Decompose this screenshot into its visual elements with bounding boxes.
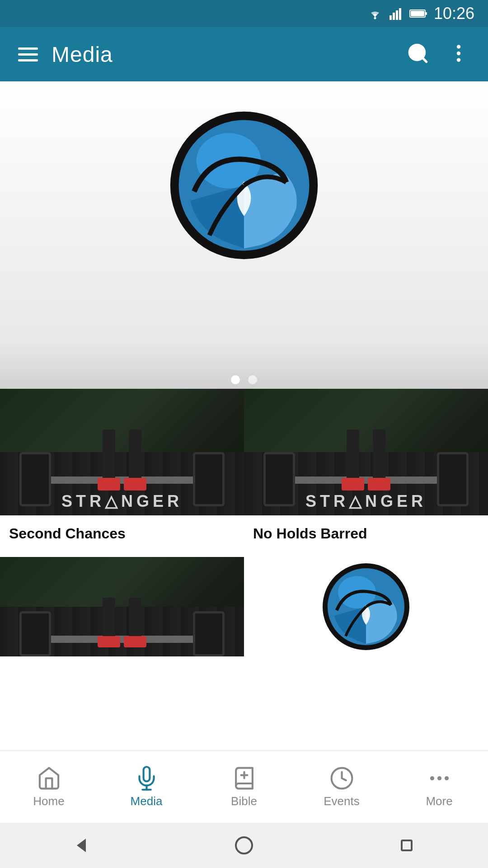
svg-point-26 <box>430 776 434 780</box>
android-nav-bar <box>0 823 488 868</box>
nav-label-more: More <box>426 794 452 808</box>
media-thumb-1: STR△NGER <box>0 389 244 515</box>
svg-line-9 <box>422 58 427 62</box>
svg-rect-2 <box>393 13 395 20</box>
android-home-icon <box>233 834 255 857</box>
media-item-info-2: No Holds Barred <box>244 515 488 557</box>
nav-label-media: Media <box>131 794 163 808</box>
status-icons: 10:26 <box>367 4 474 23</box>
nav-label-bible: Bible <box>231 794 257 808</box>
media-title-1: Second Chances <box>9 524 235 543</box>
events-icon <box>329 766 354 791</box>
nav-item-events[interactable]: Events <box>293 766 390 808</box>
nav-item-bible[interactable]: Bible <box>195 766 293 808</box>
recents-icon <box>395 834 418 857</box>
church-logo-small <box>321 561 411 652</box>
media-thumb-2: STR△NGER <box>244 389 488 515</box>
more-options-button[interactable] <box>447 42 470 66</box>
svg-point-0 <box>374 17 376 19</box>
bottom-nav: Home Media Bible Events <box>0 750 488 823</box>
wifi-icon <box>367 7 383 20</box>
svg-point-27 <box>437 776 441 780</box>
svg-rect-31 <box>402 840 412 850</box>
svg-rect-4 <box>399 8 401 20</box>
media-icon <box>134 766 159 791</box>
media-item-info-1: Second Chances <box>0 515 244 557</box>
media-item-2[interactable]: STR△NGER No Holds Barred <box>244 389 488 557</box>
android-recents-button[interactable] <box>395 834 418 857</box>
nav-item-more[interactable]: More <box>390 766 488 808</box>
media-title-2: No Holds Barred <box>253 524 479 543</box>
svg-marker-29 <box>77 839 86 852</box>
media-item-4[interactable] <box>244 557 488 656</box>
church-logo <box>167 108 321 262</box>
app-bar-actions <box>407 42 470 66</box>
search-button[interactable] <box>407 42 429 66</box>
media-grid-row1: STR△NGER Second Chances <box>0 389 488 557</box>
android-home-button[interactable] <box>233 834 255 857</box>
android-back-button[interactable] <box>70 834 93 857</box>
media-thumb-4 <box>244 557 488 656</box>
media-grid-row2 <box>0 557 488 656</box>
battery-icon <box>409 9 427 19</box>
media-item-1[interactable]: STR△NGER Second Chances <box>0 389 244 557</box>
carousel-dots <box>231 375 257 384</box>
back-icon <box>70 834 93 857</box>
carousel-dot-2[interactable] <box>248 375 257 384</box>
svg-point-11 <box>457 52 460 55</box>
status-bar: 10:26 <box>0 0 488 27</box>
svg-point-10 <box>457 45 460 48</box>
app-bar: Media <box>0 27 488 81</box>
nav-item-media[interactable]: Media <box>98 766 195 808</box>
nav-label-home: Home <box>33 794 64 808</box>
svg-rect-3 <box>396 10 398 20</box>
page-title: Media <box>52 42 393 67</box>
bible-icon <box>232 766 257 791</box>
hamburger-menu-button[interactable] <box>18 47 38 61</box>
svg-point-28 <box>444 776 448 780</box>
signal-icon <box>389 7 403 20</box>
svg-rect-1 <box>389 15 392 20</box>
home-icon <box>37 766 61 791</box>
media-item-3[interactable] <box>0 557 244 656</box>
status-time: 10:26 <box>434 4 474 23</box>
media-thumb-3 <box>0 557 244 656</box>
nav-label-events: Events <box>324 794 360 808</box>
carousel <box>0 81 488 389</box>
nav-item-home[interactable]: Home <box>0 766 98 808</box>
svg-rect-7 <box>411 11 424 16</box>
svg-rect-6 <box>425 12 427 15</box>
more-icon <box>427 766 452 791</box>
svg-point-12 <box>457 58 460 61</box>
svg-point-30 <box>236 837 252 854</box>
carousel-dot-1[interactable] <box>231 375 240 384</box>
